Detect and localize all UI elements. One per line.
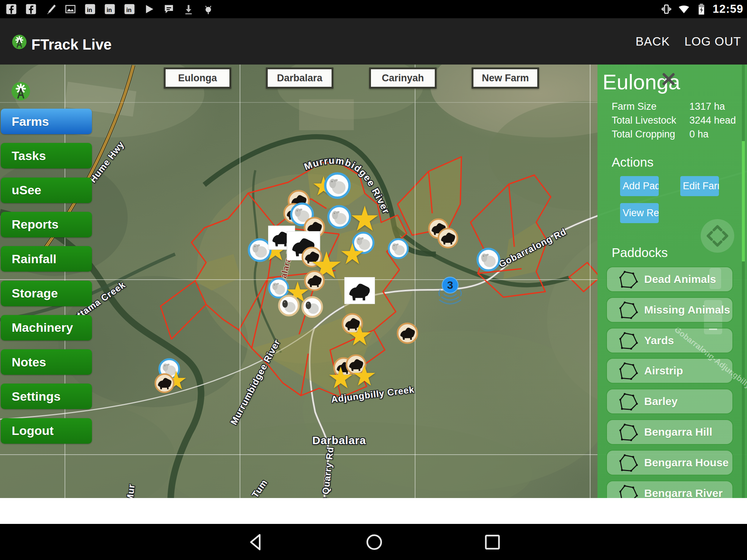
svg-text:in: in — [126, 7, 131, 13]
star-marker[interactable] — [353, 365, 376, 388]
battery-icon — [695, 3, 708, 15]
logout-button[interactable]: LOG OUT — [684, 35, 741, 48]
paddock-shape-icon — [618, 270, 638, 289]
nav-recents-button[interactable] — [483, 533, 502, 552]
sheep-marker[interactable] — [327, 205, 351, 229]
farm-detail-panel: Gobarralong-Adjungbilly Rd Eulonga Farm … — [597, 65, 747, 498]
map-label-darbalara: Darbalara — [312, 434, 366, 447]
paddock-shape-icon — [618, 453, 638, 472]
paddock-name: Missing Animals — [644, 304, 730, 316]
star-marker[interactable] — [341, 243, 364, 266]
cattle-marker[interactable] — [437, 228, 458, 249]
sheep-marker[interactable] — [324, 172, 351, 199]
cow-photo-marker[interactable] — [344, 277, 375, 304]
cattle-marker[interactable] — [396, 322, 418, 344]
gallery-icon — [64, 3, 77, 15]
clock: 12:59 — [713, 3, 743, 16]
panel-scrollbar-track — [742, 65, 745, 498]
farm-map-button-carinyah[interactable]: Carinyah — [369, 67, 437, 89]
star-marker[interactable] — [329, 366, 353, 390]
sidebar-item-reports[interactable]: Reports — [1, 212, 92, 237]
farm-map-button-darbalara[interactable]: Darbalara — [266, 67, 333, 89]
vibrate-icon — [660, 3, 673, 15]
stat-value: 3244 head — [689, 113, 736, 127]
paddock-shape-icon — [618, 392, 638, 411]
add-paddock-button[interactable]: Add Paddock — [620, 176, 659, 196]
ftrack-map-logo-icon — [11, 81, 31, 101]
actions-heading: Actions — [612, 155, 654, 170]
sidebar-item-label: Tasks — [1, 149, 46, 163]
cattle-marker[interactable] — [154, 373, 175, 393]
paddock-list-item-airstrip[interactable]: Airstrip — [606, 358, 733, 384]
facebook-icon — [25, 3, 37, 15]
linkedin-icon: in — [104, 3, 116, 15]
sidebar-item-notes[interactable]: Notes — [1, 349, 92, 375]
sheep-marker[interactable] — [301, 296, 323, 318]
grid-line — [590, 65, 591, 498]
stat-label: Farm Size — [612, 100, 689, 113]
paddock-list-item-missing-animals[interactable]: Missing Animals — [606, 297, 733, 323]
view-report-button[interactable]: View Report — [620, 203, 659, 223]
edit-farm-button[interactable]: Edit Farm — [680, 176, 719, 196]
sidebar-item-label: Settings — [1, 389, 61, 404]
paddock-shape-icon — [618, 331, 638, 350]
paddock-list-item-yards[interactable]: Yards — [606, 328, 733, 353]
sidebar-item-storage[interactable]: Storage — [1, 281, 92, 306]
paddock-name: Yards — [644, 334, 674, 347]
sidebar-item-label: uSee — [1, 183, 41, 197]
screen: Murrumbidgee River Eulon — [0, 0, 747, 560]
sidebar-item-machinery[interactable]: Machinery — [1, 315, 92, 341]
sidebar-item-tasks[interactable]: Tasks — [1, 143, 92, 168]
nav-back-button[interactable] — [247, 533, 266, 552]
android-status-bar: ininin 12:59 — [0, 0, 747, 18]
facebook-icon — [5, 3, 18, 15]
sheep-marker[interactable] — [476, 248, 500, 272]
stat-label: Total Livestock — [612, 113, 689, 127]
star-marker[interactable] — [348, 324, 371, 347]
grid-line — [240, 65, 240, 498]
sheep-marker[interactable] — [278, 295, 300, 316]
sidebar-item-rainfall[interactable]: Rainfall — [1, 246, 92, 272]
app-bar: FTrack Live BACK LOG OUT — [0, 18, 747, 65]
sidebar-item-label: Rainfall — [1, 252, 57, 266]
sidebar-item-logout[interactable]: Logout — [1, 418, 92, 444]
paddock-list-item-bengarra-house[interactable]: Bengarra House — [606, 450, 733, 475]
ftrack-logo-icon — [12, 34, 27, 50]
svg-text:in: in — [87, 7, 92, 13]
farm-map-button-new-farm[interactable]: New Farm — [472, 67, 539, 89]
livestock-cluster-marker[interactable]: 3 — [434, 274, 466, 309]
paddock-list-item-barley[interactable]: Barley — [606, 389, 733, 414]
svg-text:in: in — [107, 7, 112, 13]
paddock-name: Airstrip — [644, 365, 683, 377]
paddock-list-item-bengarra-hill[interactable]: Bengarra Hill — [606, 419, 733, 445]
close-icon[interactable] — [661, 72, 676, 86]
sidebar-item-usee[interactable]: uSee — [1, 178, 92, 203]
paddock-name: Bengarra River — [644, 487, 723, 498]
sidebar-item-settings[interactable]: Settings — [1, 384, 92, 409]
back-button[interactable]: BACK — [636, 35, 670, 48]
paddock-list-item-bengarra-river[interactable]: Bengarra River — [606, 481, 733, 498]
paddock-shape-icon — [618, 361, 638, 380]
sidebar-item-label: Machinery — [1, 320, 73, 335]
stat-value: 1317 ha — [689, 100, 725, 113]
play-icon — [143, 3, 155, 15]
paddock-list-item-dead-animals[interactable]: Dead Animals — [606, 267, 733, 292]
map-pan-control[interactable] — [700, 218, 735, 253]
brush-icon — [44, 3, 57, 15]
paddock-shape-icon — [618, 423, 638, 442]
android-icon — [202, 3, 214, 15]
sidebar-item-label: Reports — [1, 217, 58, 232]
chat-icon — [163, 3, 175, 15]
star-marker[interactable] — [351, 206, 379, 233]
panel-scrollbar-thumb[interactable] — [742, 141, 745, 261]
nav-home-button[interactable] — [365, 533, 384, 552]
sidebar-item-farms[interactable]: Farms — [1, 109, 92, 134]
paddock-name: Bengarra Hill — [644, 426, 712, 438]
paddocks-heading: Paddocks — [612, 245, 668, 260]
sheep-marker[interactable] — [388, 238, 409, 259]
stat-value: 0 ha — [689, 127, 709, 141]
app-title: FTrack Live — [31, 36, 112, 53]
paddock-name: Barley — [644, 395, 678, 408]
stat-label: Total Cropping — [612, 127, 689, 141]
farm-map-button-eulonga[interactable]: Eulonga — [164, 67, 231, 89]
